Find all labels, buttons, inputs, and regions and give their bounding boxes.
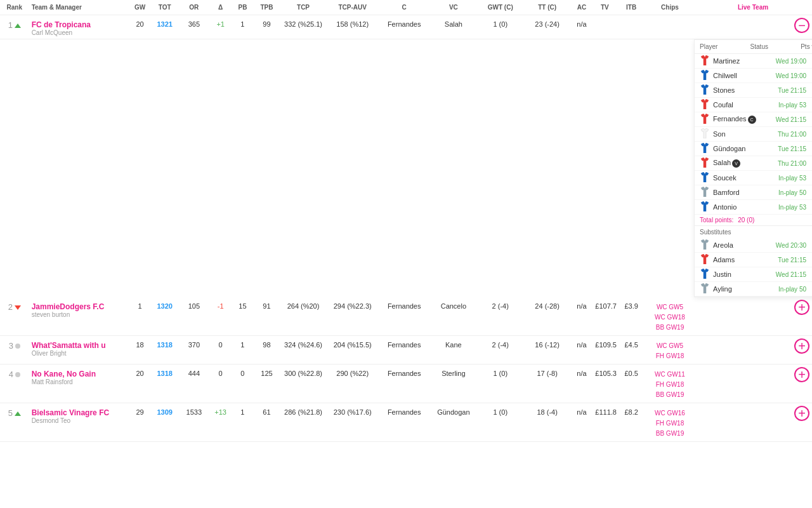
tcp-auv-cell: 290 (%22) <box>327 364 378 403</box>
manager-name: Desmond Teo <box>32 417 127 424</box>
gwt-c-cell: 2 (-4) <box>477 297 524 336</box>
col-chips: Chips <box>646 0 694 15</box>
team-name[interactable]: What'Samatta with u <box>32 341 127 350</box>
or-cell: 105 <box>178 297 209 336</box>
manager-name: Matt Rainsford <box>32 378 127 385</box>
player-shirt-icon <box>700 99 710 110</box>
live-team-cell[interactable]: + <box>694 403 812 442</box>
delta-cell: 0 <box>209 364 232 403</box>
tt-c-cell: 23 (-24) <box>524 15 571 39</box>
tpb-cell: 91 <box>254 297 280 336</box>
or-cell: 370 <box>178 336 209 364</box>
player-row: Soucek In-play 53 14 <box>695 171 812 185</box>
gwt-c-cell: 2 (-4) <box>477 336 524 364</box>
vice-captain-badge: V <box>732 159 740 168</box>
or-cell: 365 <box>178 15 209 39</box>
vc-cell: Salah <box>430 15 477 39</box>
player-shirt-icon <box>700 269 710 280</box>
delta-value: -1 <box>218 302 224 310</box>
tcp-auv-cell: 230 (%17.6) <box>327 403 378 442</box>
chip-label: BB GW19 <box>648 323 691 333</box>
player-shirt-icon <box>700 143 710 154</box>
expand-live-team-button[interactable]: + <box>794 338 809 354</box>
player-row: Martinez Wed 19:00 0 <box>695 54 812 69</box>
manager-name: Carl McQueen <box>32 29 127 36</box>
team-name[interactable]: No Kane, No Gain <box>32 370 127 378</box>
expand-live-team-button[interactable]: + <box>794 367 809 382</box>
ac-cell: n/a <box>571 403 593 442</box>
team-cell: Bielsamic Vinagre FC Desmond Teo <box>29 403 129 442</box>
manager-name: Oliver Bright <box>32 350 127 357</box>
player-shirt-icon <box>700 70 710 81</box>
chip-label: WC GW18 <box>648 312 691 323</box>
live-team-cell[interactable]: − <box>694 15 812 39</box>
tv-cell: £107.7 <box>593 297 617 336</box>
player-name: Antonio <box>713 203 763 211</box>
close-panel-button[interactable]: − <box>794 18 809 33</box>
delta-cell: -1 <box>209 297 232 336</box>
tpb-cell: 98 <box>254 336 280 364</box>
gw-cell: 20 <box>129 15 151 39</box>
itb-cell: £8.2 <box>617 403 646 442</box>
rank-number: 5 <box>8 408 13 418</box>
gw-cell: 29 <box>129 403 151 442</box>
player-name: Adams <box>713 256 763 264</box>
player-shirt-icon <box>700 157 710 169</box>
substitutes-label: Substitutes <box>695 225 812 238</box>
tt-c-cell: 16 (-12) <box>524 336 571 364</box>
delta-cell: 0 <box>209 336 232 364</box>
panel-col-pts: Pts w/b <box>801 43 812 50</box>
player-shirt-icon <box>700 187 710 198</box>
svg-marker-9 <box>701 187 709 197</box>
tpb-cell: 125 <box>254 364 280 403</box>
team-name[interactable]: Bielsamic Vinagre FC <box>32 408 127 417</box>
player-status: Wed 20:30 <box>763 242 806 249</box>
delta-value: 0 <box>219 341 223 349</box>
vc-cell: Sterling <box>430 364 477 403</box>
tv-cell: £109.5 <box>593 336 617 364</box>
col-live-team: Live Team <box>694 0 812 15</box>
team-name[interactable]: FC de Tropicana <box>32 20 127 29</box>
player-name: Martinez <box>713 57 763 65</box>
c-cell: Fernandes <box>378 364 429 403</box>
delta-cell: +1 <box>209 15 232 39</box>
live-team-cell[interactable]: + <box>694 364 812 403</box>
chip-label: BB GW19 <box>648 429 691 439</box>
captain-badge: C <box>748 116 756 124</box>
player-name: FernandesC <box>713 115 763 124</box>
gw-cell: 20 <box>129 364 151 403</box>
rank-arrow-down <box>15 305 21 310</box>
vc-cell: Cancelo <box>430 297 477 336</box>
player-name: Areola <box>713 241 763 249</box>
svg-marker-10 <box>701 201 709 211</box>
expand-live-team-button[interactable]: + <box>794 406 809 421</box>
expand-live-team-button[interactable]: + <box>794 300 809 315</box>
team-cell: No Kane, No Gain Matt Rainsford <box>29 364 129 403</box>
player-status: Wed 21:15 <box>763 271 806 278</box>
team-name[interactable]: JammieDodgers F.C <box>32 302 127 311</box>
table-row: 5 Bielsamic Vinagre FC Desmond Teo 29 13… <box>0 403 812 442</box>
tcp-auv-cell: 204 (%15.5) <box>327 336 378 364</box>
col-delta: Δ <box>209 0 232 15</box>
c-cell: Fernandes <box>378 297 429 336</box>
live-panel-row: Player Status Pts w/b Martinez Wed 19:00… <box>0 39 812 298</box>
svg-marker-12 <box>701 254 709 264</box>
player-name: Coufal <box>713 101 763 109</box>
panel-col-player: Player <box>700 43 717 50</box>
player-row: SalahV Thu 21:00 0 <box>695 156 812 171</box>
gwt-c-cell: 1 (0) <box>477 364 524 403</box>
live-team-cell[interactable]: + <box>694 297 812 336</box>
rank-number: 3 <box>9 341 13 351</box>
itb-cell: £3.9 <box>617 297 646 336</box>
col-itb: ITB <box>617 0 646 15</box>
svg-marker-4 <box>701 114 709 124</box>
tv-cell <box>593 15 617 39</box>
col-pb: PB <box>232 0 254 15</box>
tcp-cell: 300 (%22.8) <box>280 364 327 403</box>
live-team-cell[interactable]: + <box>694 336 812 364</box>
or-cell: 1533 <box>178 403 209 442</box>
tt-c-cell: 17 (-8) <box>524 364 571 403</box>
player-row: Areola Wed 20:30 0 <box>695 238 812 253</box>
chip-label: WC GW5 <box>648 302 691 312</box>
chip-label: BB GW19 <box>648 390 691 400</box>
